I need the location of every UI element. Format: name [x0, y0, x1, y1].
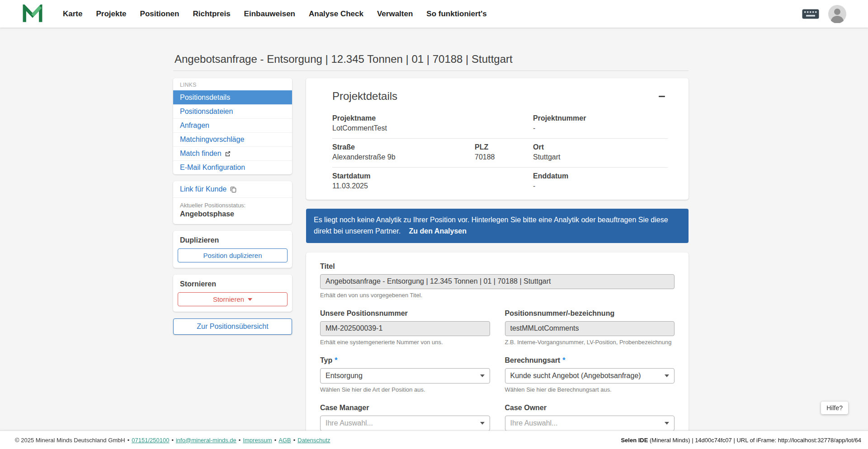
field-bezeichnung: Positionsnummer/-bezeichnung Z.B. Intern…	[505, 309, 675, 346]
required-asterisk: *	[562, 356, 565, 365]
sidebar-item-label: Positionsdateien	[180, 108, 233, 116]
position-form-card: Titel Erhält den von uns vorgegebenen Ti…	[306, 253, 689, 449]
impressum-link[interactable]: Impressum	[243, 437, 272, 444]
nav-item-positionen[interactable]: Positionen	[140, 9, 179, 19]
user-avatar[interactable]	[828, 5, 846, 23]
footer-debug-info: Selen IDE (Mineral Minds) | 14d00c74fc07…	[621, 437, 861, 444]
separator: •	[127, 437, 130, 444]
sidebar: LINKS Positionsdetails Positionsdateien …	[173, 78, 292, 335]
datenschutz-link[interactable]: Datenschutz	[297, 437, 330, 444]
nav-item-einbauweisen[interactable]: Einbauweisen	[244, 9, 295, 19]
field-strasse: Straße Alexanderstraße 9b	[332, 143, 475, 161]
field-typ: Typ * Entsorgung Wählen Sie hier die Art…	[320, 356, 490, 393]
field-titel: Titel Erhält den von uns vorgegebenen Ti…	[320, 262, 675, 299]
field-berechnungsart: Berechnungsart * Kunde sucht Angebot (An…	[505, 356, 675, 393]
case-owner-select[interactable]: Ihre Auswahl...	[505, 416, 675, 431]
field-positionsnummer: Unsere Positionsnummer Erhält eine syste…	[320, 309, 490, 346]
positionsnummer-helper: Erhält eine systemgenerierte Nummer von …	[320, 339, 490, 346]
case-owner-label: Case Owner	[505, 404, 547, 412]
caret-down-icon	[480, 422, 485, 425]
sidebar-item-matchingvorschlaege[interactable]: Matchingvorschläge	[173, 132, 292, 146]
nav-item-karte[interactable]: Karte	[63, 9, 82, 19]
case-manager-select[interactable]: Ihre Auswahl...	[320, 416, 490, 431]
sidebar-item-anfragen[interactable]: Anfragen	[173, 118, 292, 132]
nav-item-so-funktionierts[interactable]: So funktioniert's	[426, 9, 486, 19]
footer-left: © 2025 Mineral Minds Deutschland GmbH • …	[15, 437, 330, 444]
sidebar-item-label: Positionsdetails	[180, 94, 230, 102]
customer-link-label: Link für Kunde	[180, 185, 226, 193]
status-card: Link für Kunde Aktueller Positionsstatus…	[173, 181, 292, 224]
navbar-right	[802, 5, 846, 23]
required-asterisk: *	[335, 356, 337, 365]
footer: © 2025 Mineral Minds Deutschland GmbH • …	[0, 430, 868, 449]
sidebar-item-positionsdetails[interactable]: Positionsdetails	[173, 90, 292, 104]
caret-down-icon	[665, 374, 669, 377]
bezeichnung-label: Positionsnummer/-bezeichnung	[505, 309, 615, 318]
agb-link[interactable]: AGB	[278, 437, 291, 444]
titel-helper: Erhält den von uns vorgegebenen Titel.	[320, 292, 675, 299]
cancel-position-button[interactable]: Stornieren	[178, 292, 288, 306]
duplicate-heading: Duplizieren	[178, 235, 288, 248]
typ-select[interactable]: Entsorgung	[320, 368, 490, 384]
nav-item-verwalten[interactable]: Verwalten	[377, 9, 413, 19]
cancel-button-label: Stornieren	[213, 295, 244, 303]
field-startdatum: Startdatum 11.03.2025	[332, 172, 533, 190]
nav-item-projekte[interactable]: Projekte	[96, 9, 126, 19]
bezeichnung-input[interactable]	[505, 321, 675, 336]
duplicate-position-button[interactable]: Position duplizieren	[178, 248, 288, 262]
mineral-minds-logo[interactable]	[22, 5, 43, 23]
separator: •	[171, 437, 174, 444]
bezeichnung-helper: Z.B. Interne-Vorgangsnummer, LV-Position…	[505, 339, 675, 346]
navbar: Karte Projekte Positionen Richtpreis Ein…	[0, 0, 868, 28]
sidebar-item-email-konfiguration[interactable]: E-Mail Konfiguration	[173, 160, 292, 174]
typ-label: Typ	[320, 356, 332, 365]
sidebar-item-label: Match finden	[180, 150, 222, 158]
separator: •	[239, 437, 241, 444]
position-overview-button[interactable]: Zur Positionsübersicht	[173, 318, 292, 335]
positionsnummer-label: Unsere Positionsnummer	[320, 309, 408, 318]
sidebar-item-positionsdateien[interactable]: Positionsdateien	[173, 104, 292, 118]
sidebar-item-label: Anfragen	[180, 122, 209, 130]
copyright-text: © 2025 Mineral Minds Deutschland GmbH	[15, 437, 125, 444]
customer-link[interactable]: Link für Kunde	[173, 181, 292, 198]
help-button[interactable]: Hilfe?	[821, 402, 848, 414]
sidebar-item-label: Matchingvorschläge	[180, 136, 244, 144]
field-case-owner: Case Owner Ihre Auswahl...	[505, 404, 675, 431]
collapse-button[interactable]	[656, 93, 668, 100]
nav-item-richtpreis[interactable]: Richtpreis	[193, 9, 230, 19]
field-ort: Ort Stuttgart	[533, 143, 668, 161]
copy-icon	[230, 186, 236, 193]
phone-link[interactable]: 07151/250100	[132, 437, 169, 444]
typ-select-value: Entsorgung	[326, 372, 363, 380]
caret-down-icon	[665, 422, 669, 425]
sidebar-item-match-finden[interactable]: Match finden	[173, 146, 292, 160]
analytics-info-banner: Es liegt noch keine Analytik zu Ihrer Po…	[306, 209, 689, 243]
sidebar-item-label: E-Mail Konfiguration	[180, 164, 245, 172]
field-projektname: Projektname LotCommentTest	[332, 114, 533, 132]
project-details-card: Projektdetails Projektname LotCommentTes…	[306, 78, 689, 200]
selen-ide-label: Selen IDE	[621, 437, 648, 444]
berechnungsart-select[interactable]: Kunde sucht Angebot (Angebotsanfrage)	[505, 368, 675, 384]
email-link[interactable]: info@mineral-minds.de	[176, 437, 236, 444]
cancel-card: Stornieren Stornieren	[173, 275, 292, 312]
berechnungsart-select-value: Kunde sucht Angebot (Angebotsanfrage)	[510, 372, 641, 380]
keyboard-icon[interactable]	[802, 9, 819, 19]
caret-down-icon	[248, 298, 252, 301]
analyses-link[interactable]: Zu den Analysen	[409, 227, 467, 235]
field-enddatum: Enddatum -	[533, 172, 668, 190]
banner-text: Es liegt noch keine Analytik zu Ihrer Po…	[314, 216, 668, 235]
titel-label: Titel	[320, 262, 335, 271]
nav-item-analyse-check[interactable]: Analyse Check	[309, 9, 363, 19]
field-projektnummer: Projektnummer -	[533, 114, 668, 132]
separator: •	[274, 437, 277, 444]
separator: •	[293, 437, 296, 444]
cancel-heading: Stornieren	[178, 279, 288, 292]
case-manager-placeholder: Ihre Auswahl...	[326, 419, 373, 427]
external-link-icon	[225, 151, 231, 157]
page-content: Angebotsanfrage - Entsorgung | 12.345 To…	[173, 28, 689, 449]
page-title: Angebotsanfrage - Entsorgung | 12.345 To…	[173, 53, 689, 71]
minus-icon	[659, 96, 665, 97]
links-header: LINKS	[173, 78, 292, 90]
titel-input	[320, 274, 675, 289]
positionsnummer-input	[320, 321, 490, 336]
